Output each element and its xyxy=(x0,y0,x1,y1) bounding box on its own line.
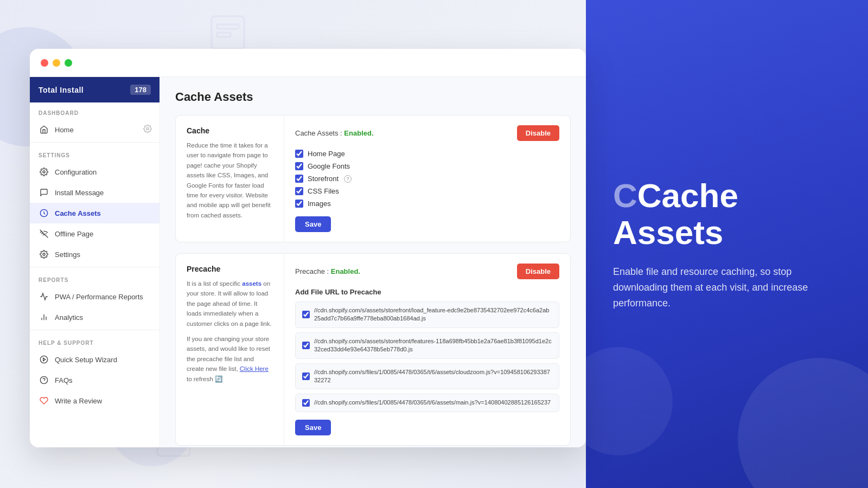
cache-disable-button[interactable]: Disable xyxy=(517,125,559,141)
precache-status-label: Precache : xyxy=(295,267,329,275)
sidebar-item-analytics[interactable]: Analytics xyxy=(30,307,159,328)
add-file-label: Add File URL to Precache xyxy=(295,288,559,296)
precache-card-right: Precache : Enabled. Disable Add File URL… xyxy=(284,254,570,445)
cache-status-label: Cache Assets : xyxy=(295,129,342,137)
sidebar-analytics-label: Analytics xyxy=(55,313,83,322)
divider-1 xyxy=(30,142,159,143)
checkbox-home-page-input[interactable] xyxy=(295,150,303,158)
sidebar: Total Install 178 DASHBOARD Home SETTING… xyxy=(30,77,160,447)
close-button[interactable] xyxy=(41,59,48,67)
svg-point-6 xyxy=(146,128,149,130)
sidebar-offline-page-label: Offline Page xyxy=(55,230,93,238)
svg-point-7 xyxy=(43,171,45,173)
precache-refresh-desc: If you are changing your store assets, a… xyxy=(187,334,273,384)
divider-3 xyxy=(30,330,159,330)
sidebar-item-cache-assets[interactable]: Cache Assets xyxy=(30,203,159,223)
precache-url-text-0: //cdn.shopify.com/s/assets/storefront/lo… xyxy=(314,306,552,323)
settings-icon xyxy=(39,249,49,260)
sidebar-item-settings[interactable]: Settings xyxy=(30,244,159,265)
sidebar-item-offline-page[interactable]: Offline Page xyxy=(30,223,159,244)
checkbox-home-page[interactable]: Home Page xyxy=(295,150,559,158)
sidebar-item-faqs[interactable]: FAQs xyxy=(30,370,159,390)
sidebar-home-label: Home xyxy=(55,126,74,134)
sidebar-write-review-label: Write a Review xyxy=(55,397,102,405)
cache-status-text: Cache Assets : Enabled. xyxy=(295,129,374,137)
right-panel: CCache Assets Enable file and resource c… xyxy=(586,0,868,488)
cache-save-button[interactable]: Save xyxy=(295,216,331,232)
install-message-icon xyxy=(39,187,49,198)
pwa-reports-icon xyxy=(39,291,49,302)
precache-url-item-2: //cdn.shopify.com/s/files/1/0085/4478/03… xyxy=(295,363,559,390)
sidebar-quick-setup-label: Quick Setup Wizard xyxy=(55,356,117,364)
sidebar-item-pwa-reports[interactable]: PWA / Performance Reports xyxy=(30,286,159,307)
page-title: Cache Assets xyxy=(175,90,571,104)
app-body: Total Install 178 DASHBOARD Home SETTING… xyxy=(30,77,586,447)
sidebar-item-configuration[interactable]: Configuration xyxy=(30,162,159,182)
minimize-button[interactable] xyxy=(53,59,60,67)
checkbox-css-files-input[interactable] xyxy=(295,187,303,195)
cache-status-value: Enabled. xyxy=(344,129,373,137)
sidebar-install-count: 178 xyxy=(130,85,151,95)
precache-url-checkbox-2[interactable] xyxy=(302,373,310,380)
precache-url-item-0: //cdn.shopify.com/s/assets/storefront/lo… xyxy=(295,301,559,328)
cache-checkbox-list: Home Page Google Fonts Storefront ? xyxy=(295,150,559,208)
sidebar-item-quick-setup[interactable]: Quick Setup Wizard xyxy=(30,349,159,370)
svg-rect-1 xyxy=(217,24,239,29)
rp-circle1 xyxy=(738,358,868,488)
cache-assets-icon xyxy=(39,208,49,219)
home-gear-icon xyxy=(143,125,152,135)
checkbox-storefront-label: Storefront xyxy=(308,175,339,183)
offline-page-icon xyxy=(39,228,49,239)
cache-card-right: Cache Assets : Enabled. Disable Home Pag… xyxy=(284,115,570,242)
precache-url-checkbox-1[interactable] xyxy=(302,342,310,349)
precache-card-left: Precache It is a list of specific assets… xyxy=(176,254,284,445)
precache-status-text: Precache : Enabled. xyxy=(295,267,360,275)
sidebar-item-install-message[interactable]: Install Message xyxy=(30,182,159,203)
precache-url-text-3: //cdn.shopify.com/s/files/1/0085/4478/03… xyxy=(314,399,551,407)
rp-circle2 xyxy=(586,347,673,455)
rp-description: Enable file and resource caching, so sto… xyxy=(613,264,841,311)
precache-save-button[interactable]: Save xyxy=(295,420,331,435)
checkbox-google-fonts[interactable]: Google Fonts xyxy=(295,162,559,170)
precache-url-text-1: //cdn.shopify.com/s/assets/storefront/fe… xyxy=(314,337,552,354)
svg-rect-2 xyxy=(217,33,231,37)
sidebar-item-home[interactable]: Home xyxy=(30,119,159,140)
checkbox-images-label: Images xyxy=(308,200,331,208)
checkbox-storefront[interactable]: Storefront ? xyxy=(295,175,559,183)
title-bar xyxy=(30,49,586,77)
storefront-help-icon[interactable]: ? xyxy=(344,175,352,183)
cache-card-left: Cache Reduce the time it takes for a use… xyxy=(176,115,284,242)
precache-status-value: Enabled. xyxy=(331,267,360,275)
svg-point-9 xyxy=(43,253,45,255)
sidebar-pwa-reports-label: PWA / Performance Reports xyxy=(55,293,143,301)
sidebar-header: Total Install 178 xyxy=(30,77,159,102)
sidebar-configuration-label: Configuration xyxy=(55,168,97,176)
main-content: Cache Assets Cache Reduce the time it ta… xyxy=(160,77,586,447)
cache-status-row: Cache Assets : Enabled. Disable xyxy=(295,125,559,141)
sidebar-faqs-label: FAQs xyxy=(55,376,73,384)
precache-disable-button[interactable]: Disable xyxy=(517,264,559,279)
precache-url-item-3: //cdn.shopify.com/s/files/1/0085/4478/03… xyxy=(295,394,559,412)
checkbox-google-fonts-input[interactable] xyxy=(295,162,303,170)
rp-title-c: C xyxy=(613,177,637,214)
maximize-button[interactable] xyxy=(65,59,72,67)
precache-url-list: //cdn.shopify.com/s/assets/storefront/lo… xyxy=(295,301,559,412)
svg-point-13 xyxy=(40,356,47,363)
section-label-dashboard: DASHBOARD xyxy=(30,102,159,119)
configuration-icon xyxy=(39,166,49,177)
home-icon xyxy=(39,124,49,135)
checkbox-storefront-input[interactable] xyxy=(295,175,303,183)
checkbox-home-page-label: Home Page xyxy=(308,150,345,158)
section-label-settings: SETTINGS xyxy=(30,145,159,162)
precache-url-checkbox-0[interactable] xyxy=(302,311,310,318)
checkbox-css-files-label: CSS Files xyxy=(308,187,339,195)
checkbox-images-input[interactable] xyxy=(295,200,303,208)
click-here-link[interactable]: Click Here xyxy=(240,365,269,372)
precache-url-checkbox-3[interactable] xyxy=(302,399,310,407)
traffic-lights xyxy=(41,59,72,67)
cache-heading: Cache xyxy=(187,126,273,135)
sidebar-item-write-review[interactable]: Write a Review xyxy=(30,390,159,411)
checkbox-css-files[interactable]: CSS Files xyxy=(295,187,559,195)
precache-url-item-1: //cdn.shopify.com/s/assets/storefront/fe… xyxy=(295,332,559,359)
checkbox-images[interactable]: Images xyxy=(295,200,559,208)
